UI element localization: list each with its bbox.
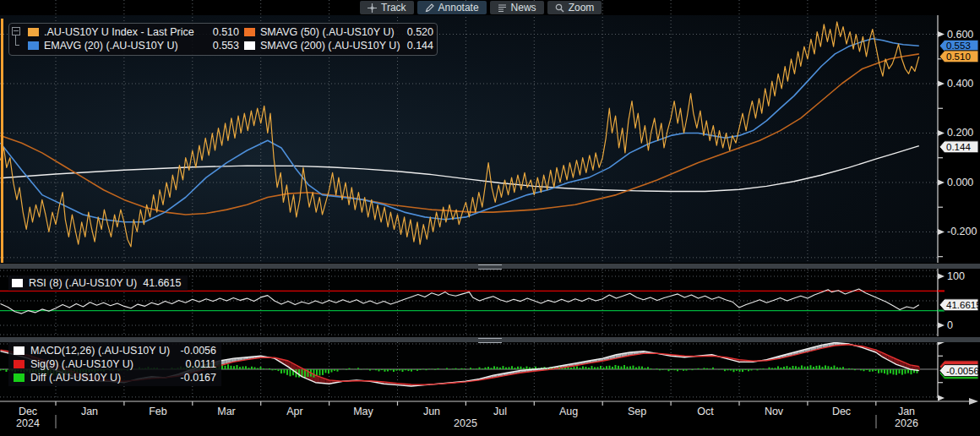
diff-label: Diff (.AU-US10Y U) — [30, 372, 121, 384]
panel-accent-bar — [1, 19, 3, 263]
smavg200-value: 0.144 — [407, 40, 433, 52]
smavg200-label: SMAVG (200) (.AU-US10Y U) — [260, 40, 400, 52]
emavg20-swatch-icon — [28, 41, 39, 50]
svg-text:Aug: Aug — [559, 406, 578, 417]
last-price-value: 0.510 — [213, 26, 239, 38]
smavg50-value: 0.520 — [407, 26, 433, 38]
emavg20-label: EMAVG (20) (.AU-US10Y U) — [44, 40, 178, 52]
panel-resize-handle-upper[interactable] — [0, 264, 980, 269]
drag-grip-icon — [478, 264, 502, 270]
rsi-panel-legend[interactable]: RSI (8) (.AU-US10Y U) 41.6615 — [8, 275, 188, 291]
pencil-icon — [425, 3, 434, 13]
legend-item-smavg50[interactable]: SMAVG (50) (.AU-US10Y U) 0.520 — [244, 25, 433, 39]
annotate-button-label: Annotate — [438, 2, 479, 14]
svg-text:0.144: 0.144 — [946, 142, 971, 152]
sig-label: Sig(9) (.AU-US10Y U) — [30, 358, 133, 370]
news-button-label: News — [511, 2, 536, 14]
svg-text:-0.0056: -0.0056 — [946, 366, 979, 376]
svg-text:Dec: Dec — [832, 406, 851, 417]
crosshair-icon — [368, 3, 377, 13]
svg-text:Nov: Nov — [765, 406, 784, 417]
svg-text:Jul: Jul — [493, 406, 507, 417]
macd-panel-legend: MACD(12,26) (.AU-US10Y U) -0.0056 Sig(9)… — [8, 342, 221, 386]
diff-swatch-icon — [14, 373, 24, 382]
bloomberg-chart-window: 0.6000.4000.2000.000-0.2000.5530.5100.14… — [0, 0, 980, 436]
svg-text:2026: 2026 — [895, 417, 918, 429]
svg-text:0.200: 0.200 — [947, 127, 973, 139]
smavg200-swatch-icon — [244, 41, 255, 50]
smavg50-swatch-icon — [244, 28, 255, 36]
magnifier-icon — [555, 3, 564, 13]
svg-text:Sep: Sep — [628, 406, 646, 417]
svg-text:May: May — [353, 406, 373, 417]
svg-text:Jun: Jun — [423, 406, 440, 417]
rsi-swatch-icon — [12, 279, 23, 287]
rsi-label: RSI (8) (.AU-US10Y U) — [29, 277, 137, 289]
svg-text:2025: 2025 — [454, 417, 477, 429]
news-lines-icon — [498, 3, 507, 13]
rsi-value: 41.6615 — [143, 277, 181, 289]
price-panel-legend: .AU-US10Y U Index - Last Price 0.510 SMA… — [8, 23, 438, 56]
svg-text:0.510: 0.510 — [946, 52, 971, 62]
track-button[interactable]: Track — [360, 1, 414, 14]
last-price-label: .AU-US10Y U Index - Last Price — [44, 26, 194, 38]
svg-text:Oct: Oct — [697, 406, 714, 417]
svg-text:0.400: 0.400 — [947, 78, 973, 90]
svg-text:2024: 2024 — [16, 417, 40, 429]
annotate-button[interactable]: Annotate — [417, 1, 487, 14]
legend-item-last-price[interactable]: .AU-US10Y U Index - Last Price 0.510 — [28, 25, 239, 39]
panel-resize-handle-lower[interactable] — [0, 337, 980, 342]
svg-text:0.600: 0.600 — [947, 29, 973, 41]
macd-label: MACD(12,26) (.AU-US10Y U) — [30, 345, 170, 357]
svg-text:0: 0 — [947, 319, 953, 331]
svg-text:41.6615: 41.6615 — [946, 300, 980, 310]
zoom-button-label: Zoom — [569, 2, 595, 14]
track-button-label: Track — [381, 2, 406, 14]
drag-grip-icon — [478, 338, 502, 343]
svg-text:Jan: Jan — [81, 406, 98, 417]
legend-tree-expander-icon[interactable] — [12, 27, 24, 49]
macd-value: -0.0056 — [181, 345, 216, 357]
macd-swatch-icon — [14, 346, 24, 355]
legend-item-smavg200[interactable]: SMAVG (200) (.AU-US10Y U) 0.144 — [244, 39, 433, 52]
svg-text:0.000: 0.000 — [947, 177, 973, 188]
news-button[interactable]: News — [490, 1, 544, 14]
svg-text:Apr: Apr — [286, 406, 302, 417]
legend-item-emavg20[interactable]: EMAVG (20) (.AU-US10Y U) 0.553 — [28, 39, 239, 52]
svg-text:Feb: Feb — [149, 406, 167, 417]
sig-value: 0.0111 — [186, 358, 216, 370]
svg-text:0.553: 0.553 — [946, 41, 971, 51]
chart-toolbar: Track Annotate News Zoom — [360, 1, 602, 14]
legend-item-macd[interactable]: MACD(12,26) (.AU-US10Y U) -0.0056 — [14, 344, 216, 357]
svg-text:100: 100 — [947, 270, 965, 282]
svg-text:-0.200: -0.200 — [947, 226, 977, 237]
emavg20-value: 0.553 — [213, 40, 239, 52]
legend-item-diff[interactable]: Diff (.AU-US10Y U) -0.0167 — [14, 371, 216, 384]
svg-text:Jan: Jan — [898, 406, 915, 417]
svg-text:Dec: Dec — [19, 406, 37, 417]
diff-value: -0.0167 — [181, 372, 216, 384]
sig-swatch-icon — [14, 360, 24, 368]
svg-text:Mar: Mar — [217, 406, 236, 417]
zoom-button[interactable]: Zoom — [547, 1, 602, 14]
last-price-swatch-icon — [28, 28, 39, 36]
legend-item-sig[interactable]: Sig(9) (.AU-US10Y U) 0.0111 — [14, 357, 216, 371]
smavg50-label: SMAVG (50) (.AU-US10Y U) — [260, 26, 395, 38]
